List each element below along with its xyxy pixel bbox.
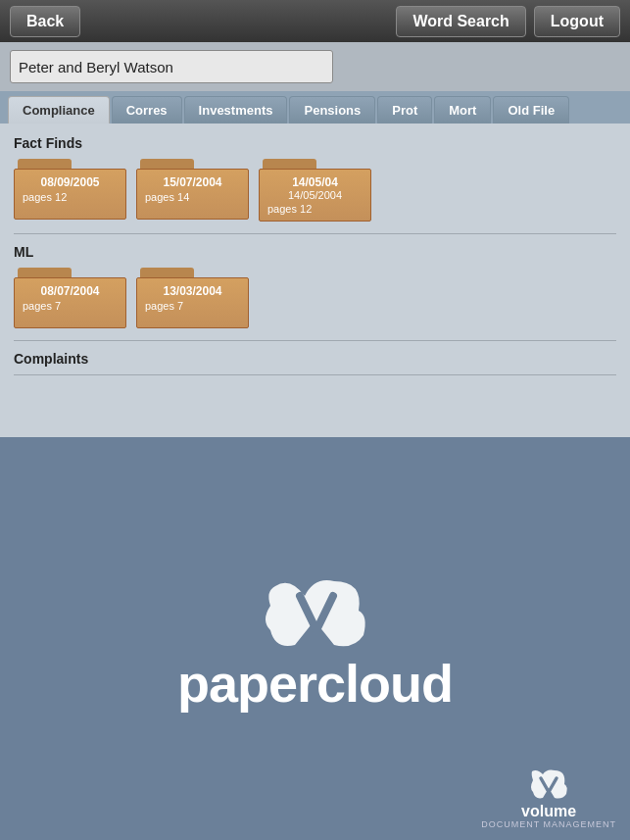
folder-tab-decoration	[140, 268, 194, 277]
folder-item[interactable]: 13/03/2004pages 7	[136, 268, 249, 328]
tab-prot[interactable]: Prot	[377, 96, 432, 124]
section-label-0: Fact Finds	[14, 135, 616, 151]
papercloud-text: papercloud	[177, 657, 453, 710]
folder-body: 08/09/2005pages 12	[14, 169, 126, 220]
folder-tab-decoration	[263, 159, 316, 169]
tab-investments[interactable]: Investments	[184, 96, 288, 124]
volume-icon	[527, 766, 570, 804]
folder-date: 15/07/2004	[145, 175, 240, 189]
volume-logo: volume Document management	[481, 766, 616, 829]
papercloud-icon	[256, 567, 373, 665]
top-bar: Back Word Search Logout	[0, 0, 630, 42]
section-separator	[14, 233, 616, 234]
logout-button[interactable]: Logout	[534, 6, 620, 37]
logo-area: papercloud volume Document management	[0, 437, 630, 839]
folder-body: 13/03/2004pages 7	[136, 277, 249, 328]
folder-date: 08/09/2005	[23, 175, 118, 189]
volume-sub: Document management	[481, 819, 616, 829]
folder-pages: pages 7	[145, 300, 240, 312]
folder-row-1: 08/07/2004pages 713/03/2004pages 7	[14, 268, 616, 328]
folder-pages: pages 12	[23, 191, 118, 203]
section-label-2: Complaints	[14, 351, 616, 367]
folder-row-0: 08/09/2005pages 1215/07/2004pages 1414/0…	[14, 159, 616, 222]
folder-tab-decoration	[140, 159, 194, 169]
folder-tab-decoration	[18, 268, 72, 277]
section-separator	[14, 374, 616, 375]
search-bar	[0, 42, 630, 91]
tab-compliance[interactable]: Compliance	[8, 96, 110, 124]
folder-pages: pages 12	[267, 203, 363, 215]
section-label-1: ML	[14, 244, 616, 260]
tab-pensions[interactable]: Pensions	[289, 96, 375, 124]
content-area: Fact Finds08/09/2005pages 1215/07/2004pa…	[0, 124, 630, 437]
folder-date2: 14/05/2004	[267, 189, 363, 201]
folder-pages: pages 7	[23, 300, 118, 312]
tab-old file[interactable]: Old File	[493, 96, 569, 124]
folder-body: 14/05/0414/05/2004pages 12	[259, 169, 371, 222]
tab-mort[interactable]: Mort	[434, 96, 491, 124]
folder-body: 08/07/2004pages 7	[14, 277, 126, 328]
folder-date: 08/07/2004	[23, 284, 118, 298]
folder-item[interactable]: 08/07/2004pages 7	[14, 268, 126, 328]
folder-date: 14/05/04	[267, 175, 363, 189]
volume-text: volume	[521, 804, 576, 819]
folder-pages: pages 14	[145, 191, 240, 203]
folder-item[interactable]: 15/07/2004pages 14	[136, 159, 249, 222]
word-search-button[interactable]: Word Search	[396, 6, 525, 37]
search-input[interactable]	[10, 50, 333, 83]
papercloud-logo: papercloud	[177, 567, 453, 710]
back-button[interactable]: Back	[10, 6, 80, 37]
folder-tab-decoration	[18, 159, 72, 169]
tabs-container: ComplianceCorresInvestmentsPensionsProtM…	[0, 91, 630, 124]
folder-body: 15/07/2004pages 14	[136, 169, 249, 220]
tab-corres[interactable]: Corres	[112, 96, 182, 124]
folder-item[interactable]: 14/05/0414/05/2004pages 12	[259, 159, 371, 222]
section-separator	[14, 340, 616, 341]
folder-item[interactable]: 08/09/2005pages 12	[14, 159, 126, 222]
folder-date: 13/03/2004	[145, 284, 240, 298]
